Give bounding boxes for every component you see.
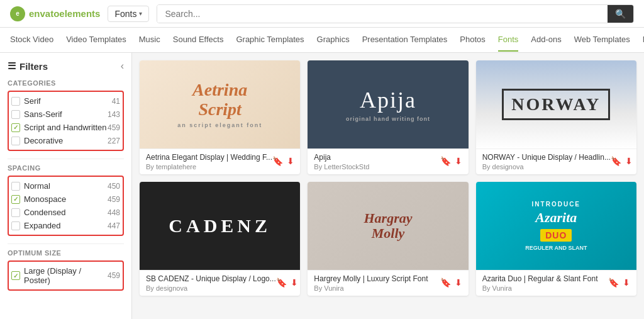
nav-web-templates[interactable]: Web Templates: [574, 28, 630, 52]
filter-condensed[interactable]: Condensed 448: [11, 206, 120, 219]
card-azarita-title: Azarita Duo | Regular & Slant Font: [482, 274, 598, 283]
search-input[interactable]: [157, 5, 608, 23]
nav-presentation-templates[interactable]: Presentation Templates: [362, 28, 448, 52]
card-aetrina-download[interactable]: ⬇: [287, 156, 294, 166]
card-cadenz-title: SB CADENZ - Unique Display / Logo...: [146, 274, 276, 283]
nav-photos[interactable]: Photos: [460, 28, 485, 52]
search-bar: 🔍: [157, 4, 634, 23]
decorative-count: 227: [108, 137, 120, 145]
normal-checkbox[interactable]: [11, 182, 20, 191]
card-cadenz-download[interactable]: ⬇: [291, 277, 298, 288]
card-norway-download[interactable]: ⬇: [625, 156, 633, 166]
card-norway-save[interactable]: 🔖: [611, 156, 621, 166]
expanded-checkbox[interactable]: [11, 221, 20, 230]
filter-normal[interactable]: Normal 450: [11, 179, 120, 193]
card-azarita-actions: 🔖 ⬇: [608, 277, 630, 288]
card-apija: Apija original hand writing font Apija B…: [308, 60, 468, 174]
expanded-count: 447: [108, 221, 120, 230]
card-cadenz: CADENZ SB CADENZ - Unique Display / Logo…: [140, 182, 300, 296]
card-apija-preview: Apija original hand writing font: [308, 60, 468, 148]
card-azarita-save[interactable]: 🔖: [608, 277, 619, 288]
monospace-count: 459: [108, 195, 120, 204]
card-hargray-info: Hargrey Molly | Luxury Script Font By Vu…: [314, 274, 428, 292]
card-azarita: INTRODUCE Azarita DUO REGULER AND SLANT …: [476, 182, 636, 296]
card-apija-save[interactable]: 🔖: [440, 156, 451, 166]
sidebar: ☰ Filters ‹ Categories Serif 41: [0, 53, 132, 319]
card-hargray: HargrayMolly Hargrey Molly | Luxury Scri…: [308, 182, 468, 296]
card-aetrina-title: Aetrina Elegant Display | Wedding F...: [146, 153, 272, 162]
filter-monospace[interactable]: Monospace 459: [11, 193, 120, 206]
filter-script-handwritten[interactable]: Script and Handwritten 459: [11, 121, 120, 134]
sans-serif-count: 143: [108, 110, 120, 119]
card-norway-author: By designova: [482, 163, 611, 171]
monospace-checkbox[interactable]: [11, 195, 20, 204]
sans-serif-label: Sans-Serif: [24, 109, 62, 119]
large-display-label: Large (Display / Poster): [24, 266, 108, 285]
card-aetrina-author: By templatehere: [146, 163, 272, 171]
filter-large-display[interactable]: Large (Display / Poster) 459: [11, 264, 120, 287]
nav-addons[interactable]: Add-ons: [531, 28, 561, 52]
card-hargray-download[interactable]: ⬇: [455, 277, 462, 288]
decorative-checkbox[interactable]: [11, 137, 20, 145]
card-cadenz-bottom: SB CADENZ - Unique Display / Logo... By …: [140, 270, 300, 296]
categories-section: Categories Serif 41 Sans-Serif 143: [8, 79, 124, 151]
nav-sound-effects[interactable]: Sound Effects: [173, 28, 224, 52]
script-handwritten-count: 459: [108, 123, 120, 132]
nav-music[interactable]: Music: [139, 28, 160, 52]
card-apija-info: Apija By LetterStockStd: [314, 153, 369, 171]
card-norway-actions: 🔖 ⬇: [611, 156, 633, 166]
sans-serif-checkbox[interactable]: [11, 110, 20, 119]
spacing-section: Spacing Normal 450 Monospace 459: [8, 164, 124, 236]
card-aetrina: AetrinaScript an script elegant font Aet…: [140, 60, 300, 174]
filter-serif[interactable]: Serif 41: [11, 94, 120, 108]
main-nav: Stock Video Video Templates Music Sound …: [0, 28, 644, 53]
filter-sans-serif[interactable]: Sans-Serif 143: [11, 108, 120, 121]
sidebar-title: ☰ Filters: [8, 60, 48, 72]
spacing-label: Spacing: [8, 164, 124, 172]
content-area: AetrinaScript an script elegant font Aet…: [132, 53, 644, 319]
card-azarita-preview: INTRODUCE Azarita DUO REGULER AND SLANT: [476, 182, 636, 270]
card-hargray-actions: 🔖 ⬇: [440, 277, 462, 288]
card-aetrina-info: Aetrina Elegant Display | Wedding F... B…: [146, 153, 272, 171]
divider-2: [8, 243, 124, 244]
card-norway-info: NORWAY - Unique Display / Headlin... By …: [482, 153, 611, 171]
condensed-count: 448: [108, 208, 120, 217]
script-handwritten-label: Script and Handwritten: [24, 123, 107, 132]
logo-text: envatoelements: [29, 8, 100, 19]
condensed-checkbox[interactable]: [11, 208, 20, 217]
filter-decorative[interactable]: Decorative 227: [11, 134, 120, 147]
serif-checkbox[interactable]: [11, 97, 20, 106]
monospace-label: Monospace: [24, 194, 66, 204]
divider-1: [8, 159, 124, 159]
search-button[interactable]: 🔍: [608, 5, 633, 23]
header: e envatoelements Fonts ▾ 🔍: [0, 0, 644, 28]
card-cadenz-author: By designova: [146, 284, 276, 292]
fonts-dropdown[interactable]: Fonts ▾: [108, 6, 149, 22]
card-norway: NORWAY NORWAY - Unique Display / Headlin…: [476, 60, 636, 174]
main-layout: ☰ Filters ‹ Categories Serif 41: [0, 53, 644, 319]
card-aetrina-actions: 🔖 ⬇: [272, 156, 294, 166]
nav-graphics[interactable]: Graphics: [317, 28, 350, 52]
categories-filter-box: Serif 41 Sans-Serif 143 Script and Handw…: [8, 91, 124, 151]
script-handwritten-checkbox[interactable]: [11, 123, 20, 132]
sidebar-close-button[interactable]: ‹: [121, 60, 124, 72]
large-display-checkbox[interactable]: [11, 271, 20, 280]
categories-label: Categories: [8, 79, 124, 87]
card-cadenz-save[interactable]: 🔖: [276, 277, 287, 288]
nav-fonts[interactable]: Fonts: [498, 28, 519, 52]
sidebar-header: ☰ Filters ‹: [8, 60, 124, 72]
normal-count: 450: [108, 182, 120, 191]
filter-expanded[interactable]: Expanded 447: [11, 219, 120, 232]
card-aetrina-save[interactable]: 🔖: [272, 156, 283, 166]
logo[interactable]: e envatoelements: [10, 6, 100, 21]
nav-video-templates[interactable]: Video Templates: [66, 28, 126, 52]
card-apija-download[interactable]: ⬇: [455, 156, 462, 166]
serif-count: 41: [112, 97, 120, 106]
card-hargray-save[interactable]: 🔖: [440, 277, 451, 288]
card-cadenz-actions: 🔖 ⬇: [276, 277, 298, 288]
nav-stock-video[interactable]: Stock Video: [10, 28, 53, 52]
nav-graphic-templates[interactable]: Graphic Templates: [236, 28, 304, 52]
card-hargray-preview: HargrayMolly: [308, 182, 468, 270]
card-azarita-download[interactable]: ⬇: [623, 277, 630, 288]
decorative-label: Decorative: [24, 136, 63, 145]
